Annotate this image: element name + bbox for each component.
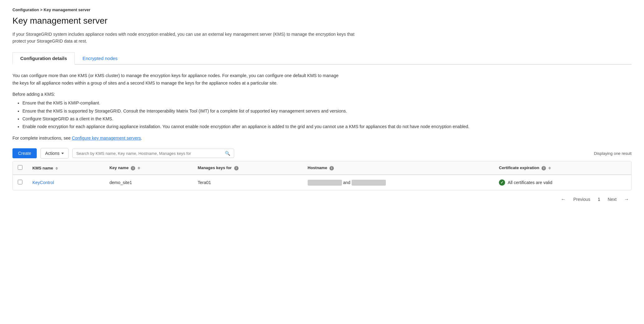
prev-arrow-icon: ← xyxy=(561,197,566,202)
sort-down-icon xyxy=(548,168,551,169)
next-arrow-icon: → xyxy=(624,197,629,202)
sort-cert-icon[interactable] xyxy=(548,167,551,169)
cert-status-text: All certificates are valid xyxy=(508,180,552,185)
list-item: Enable node encryption for each applianc… xyxy=(22,123,632,131)
hostname-blurred-1: ██████████ xyxy=(308,180,342,186)
key-name-info-icon[interactable]: i xyxy=(131,166,135,170)
sort-down-icon xyxy=(138,168,140,169)
bullet-list: Ensure that the KMS is KMIP-compliant. E… xyxy=(22,99,632,131)
cert-valid-status: All certificates are valid xyxy=(499,179,626,186)
hostname-info-icon[interactable]: i xyxy=(329,166,334,170)
cert-expiration-info-icon[interactable]: i xyxy=(542,166,546,170)
manages-keys-cell: Tera01 xyxy=(193,175,303,190)
create-button[interactable]: Create xyxy=(12,148,37,158)
row-checkbox[interactable] xyxy=(18,180,22,184)
list-item: Configure StorageGRID as a client in the… xyxy=(22,115,632,123)
kms-table-container: KMS name Key name i Manages keys for xyxy=(12,161,632,190)
kms-name-link[interactable]: KeyControl xyxy=(32,180,54,185)
search-box[interactable]: 🔍 xyxy=(72,149,234,158)
kms-table: KMS name Key name i Manages keys for xyxy=(13,161,631,190)
hostname-and-text: and xyxy=(343,180,350,185)
current-page-number: 1 xyxy=(595,196,603,202)
instructions-text: For complete instructions, see Configure… xyxy=(12,136,632,141)
col-cert-expiration: Certificate expiration i xyxy=(494,161,631,175)
page-description: If your StorageGRID system includes appl… xyxy=(12,31,355,45)
col-manages-keys: Manages keys for i xyxy=(193,161,303,175)
chevron-down-icon xyxy=(61,153,64,154)
table-row: KeyControl demo_site1 Tera01 ██████████ … xyxy=(13,175,631,190)
breadcrumb: Configuration > Key management server xyxy=(12,7,632,12)
cert-expiration-cell: All certificates are valid xyxy=(494,175,631,190)
tab-configuration-details[interactable]: Configuration details xyxy=(12,52,75,65)
col-kms-name: KMS name xyxy=(27,161,104,175)
list-item: Ensure that the KMS is supported by Stor… xyxy=(22,107,632,115)
list-item: Ensure that the KMS is KMIP-compliant. xyxy=(22,99,632,107)
manages-keys-info-icon[interactable]: i xyxy=(234,166,239,170)
col-key-name: Key name i xyxy=(104,161,192,175)
table-header-row: KMS name Key name i Manages keys for xyxy=(13,161,631,175)
search-icon: 🔍 xyxy=(225,151,230,156)
sort-up-icon xyxy=(55,167,58,168)
intro-text: You can configure more than one KMS (or … xyxy=(12,72,339,87)
instructions-link[interactable]: Configure key management servers xyxy=(72,136,141,141)
tab-bar: Configuration details Encrypted nodes xyxy=(12,52,632,65)
hostname-cell: ██████████ and ██████████ xyxy=(303,175,494,190)
kms-name-cell: KeyControl xyxy=(27,175,104,190)
next-button[interactable]: Next xyxy=(605,196,619,203)
prev-arrow-button[interactable]: ← xyxy=(558,195,568,203)
search-input[interactable] xyxy=(76,151,222,156)
previous-button[interactable]: Previous xyxy=(571,196,593,203)
sort-down-icon xyxy=(55,169,58,170)
pagination: ← Previous 1 Next → xyxy=(12,195,632,203)
check-circle-icon xyxy=(499,179,505,186)
select-all-cell xyxy=(13,161,27,175)
toolbar: Create Actions 🔍 Displaying one result xyxy=(12,148,632,159)
sort-key-name-icon[interactable] xyxy=(138,167,140,169)
select-all-checkbox[interactable] xyxy=(18,165,22,170)
sort-up-icon xyxy=(138,167,140,168)
hostname-blurred-2: ██████████ xyxy=(352,180,386,186)
sort-kms-name-icon[interactable] xyxy=(55,167,58,170)
actions-button[interactable]: Actions xyxy=(40,148,69,159)
col-hostname: Hostname i xyxy=(303,161,494,175)
sort-up-icon xyxy=(548,167,551,168)
tab-encrypted-nodes[interactable]: Encrypted nodes xyxy=(75,52,125,65)
page-title: Key management server xyxy=(12,16,632,26)
key-name-cell: demo_site1 xyxy=(104,175,192,190)
before-adding-text: Before adding a KMS: xyxy=(12,92,632,97)
displaying-results: Displaying one result xyxy=(594,151,632,156)
row-checkbox-cell xyxy=(13,175,27,190)
next-arrow-button[interactable]: → xyxy=(622,195,632,203)
content-section: You can configure more than one KMS (or … xyxy=(12,72,632,141)
